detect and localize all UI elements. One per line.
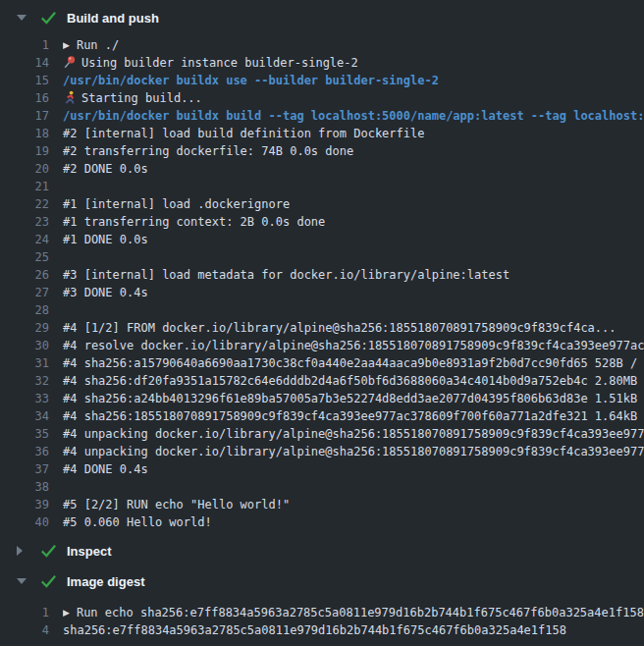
line-number[interactable]: 15 <box>0 72 49 89</box>
run-arrow-icon: ▶ <box>63 36 70 54</box>
line-number[interactable]: 19 <box>0 142 49 160</box>
log-text: #4 sha256:a15790640a6690aa1730c38cf0a440… <box>63 354 644 372</box>
line-number[interactable]: 24 <box>0 231 49 248</box>
log-text: ▶Run ./ <box>63 36 119 54</box>
log-text: #2 [internal] load build definition from… <box>63 125 424 142</box>
line-number[interactable]: 36 <box>0 443 49 460</box>
log-text: #4 DONE 0.4s <box>63 460 148 478</box>
line-number[interactable]: 29 <box>0 319 49 337</box>
line-number[interactable]: 1 <box>0 36 49 54</box>
log-line: 30#4 resolve docker.io/library/alpine@sh… <box>0 337 644 354</box>
log-line: 36#4 unpacking docker.io/library/alpine@… <box>0 443 644 460</box>
line-number[interactable]: 4 <box>0 621 49 639</box>
line-number[interactable]: 18 <box>0 125 49 142</box>
section-title: Inspect <box>67 544 112 559</box>
log-line: 25 <box>0 248 644 266</box>
section-title: Image digest <box>67 574 144 589</box>
log-line: 32#4 sha256:df20fa9351a15782c64e6dddb2d4… <box>0 372 644 390</box>
line-number[interactable]: 37 <box>0 460 49 478</box>
line-number[interactable]: 39 <box>0 496 49 513</box>
log-line: 40#5 0.060 Hello world! <box>0 513 644 531</box>
line-number[interactable]: 16 <box>0 89 49 107</box>
log-line: 31#4 sha256:a15790640a6690aa1730c38cf0a4… <box>0 354 644 372</box>
check-icon <box>41 575 57 588</box>
runner-icon <box>63 90 76 104</box>
line-number[interactable]: 34 <box>0 407 49 425</box>
log-text: /usr/bin/docker buildx use --builder bui… <box>63 72 439 89</box>
line-number[interactable]: 23 <box>0 213 49 231</box>
log-line: 35#4 unpacking docker.io/library/alpine@… <box>0 425 644 443</box>
log-line: 34#4 sha256:185518070891758909c9f839cf4c… <box>0 407 644 425</box>
log-text: #4 unpacking docker.io/library/alpine@sh… <box>63 425 644 443</box>
log-text: #1 transferring context: 2B 0.0s done <box>63 213 325 231</box>
section-header-build-and-push[interactable]: Build and push <box>0 4 644 31</box>
log-line: 1▶Run ./ <box>0 36 644 54</box>
log-line: 27#3 DONE 0.4s <box>0 284 644 301</box>
line-number[interactable]: 32 <box>0 372 49 390</box>
line-number[interactable]: 28 <box>0 301 49 319</box>
chevron-right-icon[interactable] <box>17 546 27 556</box>
check-icon <box>41 545 57 558</box>
log-line: 39#5 [2/2] RUN echo "Hello world!" <box>0 496 644 513</box>
check-icon <box>41 12 57 25</box>
line-number[interactable]: 1 <box>0 604 49 621</box>
line-number[interactable]: 40 <box>0 513 49 531</box>
log-text: #4 sha256:a24bb4013296f61e89ba57005a7b3e… <box>63 390 644 407</box>
log-text: #2 transferring dockerfile: 74B 0.0s don… <box>63 142 353 160</box>
log-text: #1 [internal] load .dockerignore <box>63 195 290 213</box>
log-line: 18#2 [internal] load build definition fr… <box>0 125 644 142</box>
section-header-inspect[interactable]: Inspect <box>0 537 644 565</box>
log-line: 1▶Run echo sha256:e7ff8834a5963a2785c5a0… <box>0 604 644 621</box>
line-number[interactable]: 22 <box>0 195 49 213</box>
log-text: #4 unpacking docker.io/library/alpine@sh… <box>63 443 644 460</box>
log-line: 4sha256:e7ff8834a5963a2785c5a0811e979d16… <box>0 621 644 639</box>
log-text: ▶Run echo sha256:e7ff8834a5963a2785c5a08… <box>63 604 644 621</box>
line-number[interactable]: 20 <box>0 160 49 178</box>
section-title: Build and push <box>67 11 159 26</box>
log-line: 17/usr/bin/docker buildx build --tag loc… <box>0 107 644 125</box>
section-header-image-digest[interactable]: Image digest <box>0 567 644 595</box>
log-text: sha256:e7ff8834a5963a2785c5a0811e979d16b… <box>63 621 566 639</box>
chevron-down-icon[interactable] <box>17 15 27 21</box>
log-line: 19#2 transferring dockerfile: 74B 0.0s d… <box>0 142 644 160</box>
log-line: 23#1 transferring context: 2B 0.0s done <box>0 213 644 231</box>
log-line: 16 Starting build... <box>0 89 644 107</box>
log-text: #4 resolve docker.io/library/alpine@sha2… <box>63 337 644 354</box>
log-line: 28 <box>0 301 644 319</box>
line-number[interactable]: 21 <box>0 178 49 195</box>
log-line: 38 <box>0 478 644 496</box>
line-number[interactable]: 30 <box>0 337 49 354</box>
log-line: 24#1 DONE 0.0s <box>0 231 644 248</box>
log-text: #3 [internal] load metadata for docker.i… <box>63 266 510 284</box>
log-text: #4 sha256:df20fa9351a15782c64e6dddb2d4a6… <box>63 372 644 390</box>
log-text: #5 [2/2] RUN echo "Hello world!" <box>63 496 290 513</box>
log-text: #4 sha256:185518070891758909c9f839cf4ca3… <box>63 407 644 425</box>
line-number[interactable]: 26 <box>0 266 49 284</box>
log-line: 22#1 [internal] load .dockerignore <box>0 195 644 213</box>
line-number[interactable]: 38 <box>0 478 49 496</box>
run-arrow-icon: ▶ <box>63 604 70 621</box>
section-inspect: Inspect <box>0 537 644 565</box>
line-number[interactable]: 27 <box>0 284 49 301</box>
line-number[interactable]: 35 <box>0 425 49 443</box>
actions-log-viewer: Build and push1▶Run ./14 Using builder i… <box>0 0 644 646</box>
log-text: #3 DONE 0.4s <box>63 284 148 301</box>
line-number[interactable]: 17 <box>0 107 49 125</box>
log-line: 33#4 sha256:a24bb4013296f61e89ba57005a7b… <box>0 390 644 407</box>
log-text: /usr/bin/docker buildx build --tag local… <box>63 107 644 125</box>
line-number[interactable]: 25 <box>0 248 49 266</box>
log-line: 20#2 DONE 0.0s <box>0 160 644 178</box>
log-lines: 1▶Run echo sha256:e7ff8834a5963a2785c5a0… <box>0 604 644 639</box>
log-line: 15/usr/bin/docker buildx use --builder b… <box>0 72 644 89</box>
line-number[interactable]: 33 <box>0 390 49 407</box>
log-line: 21 <box>0 178 644 195</box>
line-number[interactable]: 14 <box>0 54 49 72</box>
log-text: #5 0.060 Hello world! <box>63 513 212 531</box>
section-build-and-push: Build and push1▶Run ./14 Using builder i… <box>0 4 644 531</box>
chevron-down-icon[interactable] <box>17 578 27 584</box>
pushpin-icon <box>63 55 76 69</box>
log-text: #1 DONE 0.0s <box>63 231 148 248</box>
line-number[interactable]: 31 <box>0 354 49 372</box>
log-text: #2 DONE 0.0s <box>63 160 148 178</box>
log-line: 37#4 DONE 0.4s <box>0 460 644 478</box>
